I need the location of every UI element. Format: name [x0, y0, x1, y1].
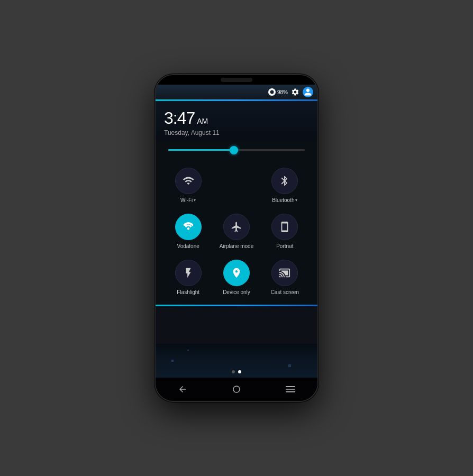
ampm-text: AM	[197, 117, 208, 125]
qs-vodafone[interactable]: Vodafone	[164, 208, 212, 254]
portrait-label: Portrait	[276, 243, 293, 249]
settings-icon[interactable]	[291, 88, 299, 96]
status-bar: 98%	[156, 85, 317, 99]
back-button[interactable]	[172, 379, 193, 400]
battery-percent: 98%	[277, 89, 288, 95]
qs-location[interactable]: Device only	[212, 254, 260, 300]
wifi-icon-circle[interactable]	[175, 168, 202, 194]
datetime-area: 3:47 AM Tuesday, August 11	[156, 101, 317, 142]
qs-airplane[interactable]: Airplane mode	[212, 208, 260, 254]
brightness-track[interactable]	[168, 149, 305, 151]
brightness-area[interactable]	[156, 142, 317, 158]
flashlight-icon-circle[interactable]	[175, 260, 202, 286]
page-dot-1	[232, 370, 235, 373]
svg-rect-1	[286, 386, 295, 387]
brightness-fill	[168, 149, 234, 151]
qs-bluetooth[interactable]: Bluetooth ▾	[261, 162, 309, 208]
cast-icon-circle[interactable]	[271, 260, 298, 286]
portrait-icon-circle[interactable]	[271, 214, 298, 240]
svg-rect-2	[286, 389, 295, 390]
page-dots	[156, 370, 317, 373]
qs-cast[interactable]: Cast screen	[261, 254, 309, 300]
qs-portrait[interactable]: Portrait	[261, 208, 309, 254]
time-text: 3:47	[164, 108, 195, 128]
quick-settings-grid: Wi-Fi ▾ Bluetooth ▾	[156, 158, 317, 305]
cast-label: Cast screen	[271, 289, 299, 295]
home-button[interactable]	[226, 379, 247, 400]
battery-indicator: 98%	[268, 88, 288, 96]
brightness-thumb[interactable]	[230, 146, 238, 154]
battery-icon	[268, 88, 276, 96]
qs-wifi[interactable]: Wi-Fi ▾	[164, 162, 212, 208]
page-dot-2	[238, 370, 241, 373]
bluetooth-dropdown-arrow: ▾	[295, 198, 297, 203]
bluetooth-icon-circle[interactable]	[271, 168, 298, 194]
phone-frame: 98% 3:47 AM Tuesday, Au	[154, 74, 319, 402]
vodafone-icon-circle[interactable]	[175, 214, 202, 240]
phone-screen: 98% 3:47 AM Tuesday, Au	[156, 85, 317, 401]
phone-camera	[221, 78, 252, 82]
svg-point-0	[233, 386, 240, 392]
time-display: 3:47 AM	[164, 108, 309, 128]
menu-button[interactable]	[280, 379, 301, 400]
date-text: Tuesday, August 11	[164, 129, 309, 136]
qs-flashlight[interactable]: Flashlight	[164, 254, 212, 300]
flashlight-label: Flashlight	[177, 289, 199, 295]
nav-bar	[156, 378, 317, 401]
location-icon-circle[interactable]	[223, 260, 250, 286]
wifi-dropdown-arrow: ▾	[194, 198, 196, 203]
bluetooth-label: Bluetooth ▾	[272, 197, 297, 203]
wifi-label: Wi-Fi ▾	[180, 197, 196, 203]
airplane-icon-circle[interactable]	[223, 214, 250, 240]
qs-empty-1	[212, 162, 260, 208]
vodafone-label: Vodafone	[177, 243, 199, 249]
user-avatar[interactable]	[303, 87, 313, 97]
location-label: Device only	[223, 289, 250, 295]
phone-top-bar	[156, 75, 317, 85]
notification-panel: 3:47 AM Tuesday, August 11	[156, 99, 317, 306]
bottom-accent-line	[156, 305, 317, 306]
airplane-label: Airplane mode	[220, 243, 253, 249]
svg-rect-3	[286, 391, 295, 392]
